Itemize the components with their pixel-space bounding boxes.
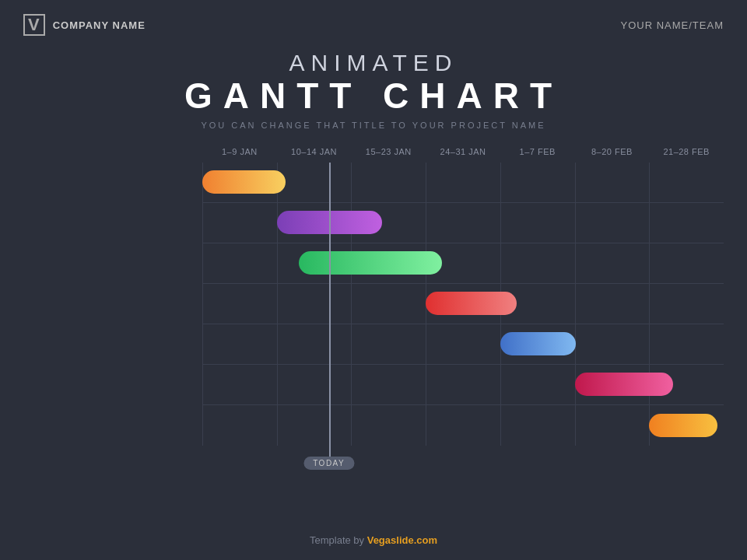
today-badge: TODAY (303, 457, 354, 470)
today-marker-line (329, 163, 331, 446)
gantt-bar (426, 292, 516, 315)
gantt-bar (649, 414, 717, 437)
column-header: 21–28 FEB (649, 147, 724, 163)
gantt-bar (202, 170, 286, 194)
company-name-label: COMPANY NAME (53, 19, 146, 31)
chart-container: 1–9 JAN10–14 JAN15–23 JAN24–31 JAN1–7 FE… (23, 147, 724, 477)
bar-area (202, 405, 724, 446)
column-headers: 1–9 JAN10–14 JAN15–23 JAN24–31 JAN1–7 FE… (202, 147, 724, 163)
gantt-bar (299, 251, 441, 275)
gantt-bar (500, 332, 576, 355)
title-gantt: GANTT CHART (0, 76, 747, 116)
header: V COMPANY NAME YOUR NAME/TEAM (0, 0, 747, 36)
title-subtitle: YOU CAN CHANGE THAT TITLE TO YOUR PROJEC… (0, 121, 747, 130)
bar-area (202, 243, 724, 283)
title-section: ANIMATED GANTT CHART YOU CAN CHANGE THAT… (0, 50, 747, 130)
bar-area (202, 365, 724, 404)
column-header: 15–23 JAN (351, 147, 426, 163)
gantt-bar (575, 373, 673, 396)
column-header: 1–7 FEB (500, 147, 575, 163)
v-logo-icon: V (23, 14, 45, 36)
column-header: 8–20 FEB (575, 147, 650, 163)
title-animated: ANIMATED (0, 50, 747, 76)
bar-area (202, 163, 724, 202)
column-header: 1–9 JAN (202, 147, 277, 163)
column-header: 24–31 JAN (426, 147, 500, 163)
company-name-block: V COMPANY NAME (23, 14, 146, 36)
bar-area (202, 324, 724, 364)
footer-text: Template by (310, 534, 367, 546)
bar-area (202, 203, 724, 243)
team-name-label: YOUR NAME/TEAM (621, 19, 724, 31)
today-area: TODAY (202, 446, 724, 477)
footer-link[interactable]: Vegaslide.com (367, 534, 437, 546)
bar-area (202, 284, 724, 324)
footer: Template by Vegaslide.com (0, 534, 747, 546)
column-header: 10–14 JAN (277, 147, 352, 163)
